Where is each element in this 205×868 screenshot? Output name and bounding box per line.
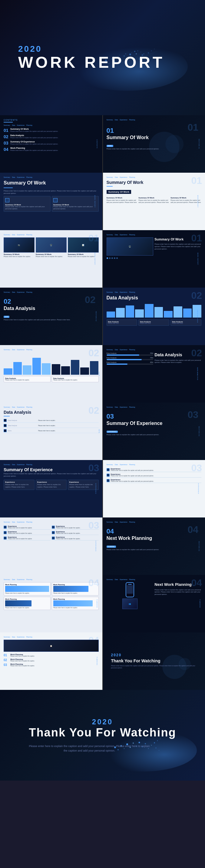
photo-col-2: 🖥️ Summary Of Work Please enter here to …	[36, 238, 67, 257]
exp-icon	[107, 468, 110, 471]
exp-title: Data Analysis	[8, 420, 38, 421]
card-desc: Please enter here to explain the caption…	[5, 379, 49, 381]
section-tag: WORK	[107, 145, 113, 147]
nav: SummaryDataExperiencePlanning	[4, 636, 99, 638]
slide-row-4: SummaryDataExperiencePlanning 02 02 Data…	[0, 288, 205, 345]
nav-e[interactable]: Experience	[120, 119, 127, 121]
ty-year: 2020	[111, 653, 197, 657]
num-bg: 04	[88, 577, 99, 589]
nav: SummaryDataExperiencePlanning	[107, 349, 202, 350]
sub-items: Summary Of Work Please enter here to exp…	[4, 196, 99, 212]
timeline-items: 01 Work Planning Please enter here to ex…	[4, 654, 99, 666]
ty-desc-main: Please enter here to explain the caption…	[29, 744, 150, 753]
side-text: EXPERIENCE	[95, 541, 96, 552]
nav-planning[interactable]: Planning	[26, 124, 32, 126]
chart-items: Data Analysis Please enter here. Data An…	[107, 319, 202, 326]
nav: SummaryDataExperiencePlanning	[4, 406, 99, 408]
exp-icon	[52, 536, 55, 539]
data-detail-slide: SummaryDataExperiencePlanning 02 Data An…	[0, 403, 102, 460]
exp-content: Experience Please enter here to explain …	[8, 536, 32, 539]
bar-chart-left	[4, 353, 51, 375]
col-title: Summary Of Work	[107, 197, 138, 199]
topic-header: Summary Of Work	[107, 190, 131, 194]
side-text: PLANNING	[199, 599, 201, 608]
side-text: WORK REPORT	[197, 195, 199, 208]
prog-fill	[107, 354, 139, 356]
bar-chart	[107, 303, 202, 317]
col-3: Summary Of Work Please enter here to exp…	[171, 197, 201, 203]
cover-title: WORK REPORT	[18, 54, 187, 71]
nav-d[interactable]: Data	[115, 119, 118, 121]
exp-content: Experience Please enter here to explain …	[56, 525, 81, 529]
nav-summary[interactable]: Summary	[4, 124, 10, 126]
bar-6	[154, 307, 163, 317]
nav: SummaryDataExperiencePlanning	[4, 234, 99, 236]
progress-side: Data Analysis 70% Data Analysis 75%	[107, 352, 153, 366]
phone-mockup	[126, 582, 134, 597]
contents-slide: CONTENTS Summary Data Experience Plannin…	[0, 115, 102, 173]
planning-intro-slide: SummaryDataExperiencePlanning 04 04 Next…	[103, 518, 205, 575]
phone-group: 👥	[122, 582, 138, 609]
exp-desc: Please enter here to explain the caption…	[8, 533, 32, 534]
nav-experience[interactable]: Experience	[17, 124, 25, 126]
exp-row-1: Data Analysis Please enter here to expla…	[4, 418, 99, 423]
slide-row-7: SummaryDataExperiencePlanning 03 Summary…	[0, 460, 205, 518]
photo-title: Summary Of Work	[4, 253, 34, 255]
prog-track	[107, 354, 153, 356]
prog-track	[107, 359, 153, 360]
side-text: PLANNING	[96, 657, 98, 665]
cols: Summary Of Work Please enter here to exp…	[107, 197, 202, 203]
dot-2	[109, 257, 111, 259]
body-text: Please enter here to explain the caption…	[4, 473, 99, 477]
section-title: Summary Of Experience	[107, 421, 202, 426]
exp-icon	[4, 429, 7, 432]
phone-side: 👥	[107, 582, 153, 609]
b5	[42, 363, 51, 375]
list-col-1: Experience Please enter here to explain …	[4, 525, 51, 541]
t-content: Work Planning Please enter here to expla…	[10, 654, 35, 657]
plan-card-1: Work Planning Please enter here to expla…	[4, 582, 51, 595]
num-bg: 03	[191, 462, 202, 474]
body-text: Please enter here to explain the caption…	[4, 190, 99, 194]
slide-row-2: SummaryDataExperiencePlanning Summary Of…	[0, 173, 205, 230]
nav: SummaryDataExperiencePlanning	[4, 464, 99, 465]
col-2: Summary Of Work Please enter here to exp…	[138, 197, 169, 203]
planning-phone-slide: SummaryDataExperiencePlanning 04 👥 Next …	[103, 575, 205, 632]
phone-screen	[127, 585, 133, 594]
timeline-2: 02 Work Planning Please enter here to ex…	[4, 658, 99, 662]
num-bg: 04	[187, 524, 198, 535]
chart-card-1: Data Analysis Please enter here.	[107, 319, 138, 326]
photo-1: 📷	[4, 238, 34, 252]
slide-title: Data Analysis	[107, 295, 202, 301]
num-bg: 02	[88, 405, 99, 416]
nav-data[interactable]: Data	[12, 124, 15, 126]
ty-year-main: 2020	[29, 718, 176, 726]
section-title: Data Analysis	[4, 306, 99, 311]
nav: SummaryDataExperiencePlanning	[107, 464, 202, 465]
item-desc: Please enter here to explain the caption…	[10, 143, 99, 145]
exp-content: Experience Please enter here to explain …	[56, 531, 81, 534]
prog-1: Data Analysis 70%	[107, 352, 153, 356]
item-num: 04	[4, 147, 8, 152]
bg-photo: 📋	[4, 640, 99, 652]
b3	[71, 360, 80, 375]
side-text: EXPERIENCE	[198, 483, 200, 494]
slide-row-3: SummaryDataExperiencePlanning 01 📷 Summa…	[0, 230, 205, 288]
col-title: Summary Of Work	[171, 197, 201, 199]
exp-list: Experience Please enter here to explain …	[4, 525, 99, 541]
slide-row-8: SummaryDataExperiencePlanning 03 Experie…	[0, 518, 205, 575]
section-num: 03	[107, 412, 202, 421]
nav-s[interactable]: Summary	[107, 119, 113, 121]
exp-desc: Please enter here to explain the caption…	[56, 527, 81, 529]
body-text: Please enter here to explain the caption…	[154, 243, 201, 250]
accent	[107, 186, 113, 187]
card-2: Summary Of Work Please enter here to exp…	[52, 196, 99, 212]
nav-p[interactable]: Planning	[129, 119, 135, 121]
summary-3col-slide: SummaryDataExperiencePlanning 01 Summary…	[103, 173, 205, 230]
col-title: Experience	[5, 481, 33, 483]
exp-row-1: Experience Please enter here to explain …	[4, 525, 51, 530]
exp-desc: Please enter here to explain the caption…	[56, 533, 81, 534]
bar-4	[135, 309, 144, 318]
col-desc: Please enter here to explain the caption…	[5, 484, 33, 488]
sub-items: Data Analysis Please enter here to expla…	[4, 376, 99, 382]
